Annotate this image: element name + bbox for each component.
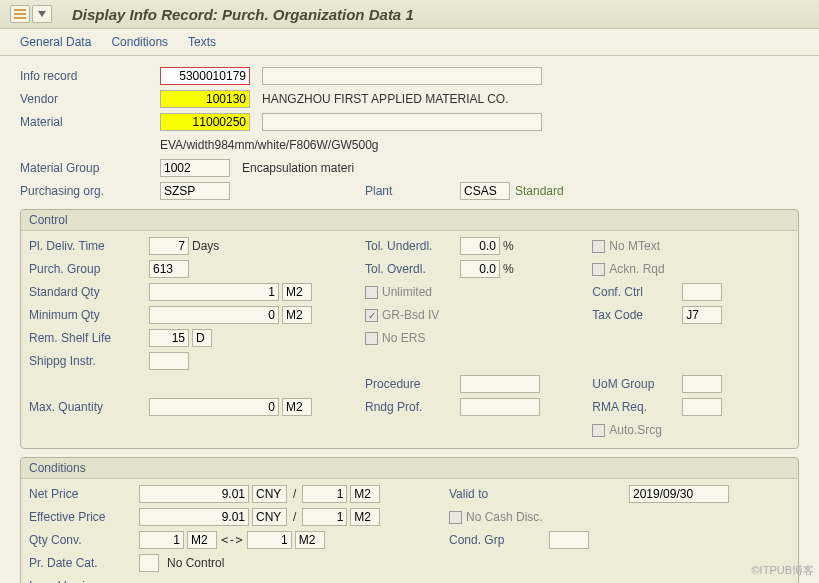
nocash-label: No Cash Disc.	[466, 510, 543, 524]
plant-input[interactable]	[460, 182, 510, 200]
pct2: %	[503, 262, 514, 276]
menu-conditions[interactable]: Conditions	[111, 35, 168, 49]
shelf-unit[interactable]	[192, 329, 212, 347]
vendor-input[interactable]	[160, 90, 250, 108]
matgroup-input[interactable]	[160, 159, 230, 177]
rmareq-label: RMA Req.	[592, 400, 682, 414]
grbsd-label: GR-Bsd IV	[382, 308, 439, 322]
eff-input[interactable]	[139, 508, 249, 526]
uomgroup-input[interactable]	[682, 375, 722, 393]
menu-texts[interactable]: Texts	[188, 35, 216, 49]
condgrp-input[interactable]	[549, 531, 589, 549]
confctrl-input[interactable]	[682, 283, 722, 301]
pgroup-input[interactable]	[149, 260, 189, 278]
net-curr[interactable]	[252, 485, 287, 503]
procedure-input[interactable]	[460, 375, 540, 393]
noers-label: No ERS	[382, 331, 425, 345]
rndg-input[interactable]	[460, 398, 540, 416]
svg-rect-0	[14, 9, 26, 11]
uomgroup-label: UoM Group	[592, 377, 682, 391]
vendor-label: Vendor	[20, 92, 160, 106]
dropdown-icon[interactable]	[32, 5, 52, 23]
qtyconv-label: Qty Conv.	[29, 533, 139, 547]
shelf-input[interactable]	[149, 329, 189, 347]
noers-checkbox[interactable]	[365, 332, 378, 345]
confctrl-label: Conf. Ctrl	[592, 285, 682, 299]
deliv-label: Pl. Deliv. Time	[29, 239, 149, 253]
rndg-label: Rndg Prof.	[365, 400, 460, 414]
net-label: Net Price	[29, 487, 139, 501]
svg-rect-2	[14, 17, 26, 19]
menu-icon[interactable]	[10, 5, 30, 23]
maxqty-uom[interactable]	[282, 398, 312, 416]
maxqty-label: Max. Quantity	[29, 400, 149, 414]
plant-desc: Standard	[515, 184, 564, 198]
net-uom[interactable]	[350, 485, 380, 503]
eff-uom[interactable]	[350, 508, 380, 526]
unlimited-label: Unlimited	[382, 285, 432, 299]
stdqty-label: Standard Qty	[29, 285, 149, 299]
rmareq-input[interactable]	[682, 398, 722, 416]
shelf-label: Rem. Shelf Life	[29, 331, 149, 345]
stdqty-input[interactable]	[149, 283, 279, 301]
minqty-input[interactable]	[149, 306, 279, 324]
material-desc-text: EVA/width984mm/white/F806W/GW500g	[160, 138, 379, 152]
autosrcg-label: Auto.Srcg	[609, 423, 662, 437]
deliv-input[interactable]	[149, 237, 189, 255]
qtyconv1-input[interactable]	[139, 531, 184, 549]
stdqty-uom[interactable]	[282, 283, 312, 301]
conditions-title: Conditions	[21, 458, 798, 479]
taxcode-input[interactable]	[682, 306, 722, 324]
control-title: Control	[21, 210, 798, 231]
eff-per[interactable]	[302, 508, 347, 526]
shippg-label: Shippg Instr.	[29, 354, 149, 368]
menubar: General Data Conditions Texts	[0, 29, 819, 56]
porg-label: Purchasing org.	[20, 184, 160, 198]
autosrcg-checkbox[interactable]	[592, 424, 605, 437]
tolunder-label: Tol. Underdl.	[365, 239, 460, 253]
grbsd-checkbox[interactable]	[365, 309, 378, 322]
valid-label: Valid to	[449, 487, 549, 501]
net-per[interactable]	[302, 485, 347, 503]
porg-input[interactable]	[160, 182, 230, 200]
shippg-input[interactable]	[149, 352, 189, 370]
svg-marker-3	[38, 11, 46, 17]
pct1: %	[503, 239, 514, 253]
material-desc-input[interactable]	[262, 113, 542, 131]
pgroup-label: Purch. Group	[29, 262, 149, 276]
net-input[interactable]	[139, 485, 249, 503]
svg-rect-1	[14, 13, 26, 15]
plant-label: Plant	[365, 184, 460, 198]
unlimited-checkbox[interactable]	[365, 286, 378, 299]
material-label: Material	[20, 115, 160, 129]
watermark: ©ITPUB博客	[752, 563, 815, 578]
nocash-checkbox[interactable]	[449, 511, 462, 524]
matgroup-desc: Encapsulation materi	[242, 161, 354, 175]
page-title: Display Info Record: Purch. Organization…	[72, 6, 414, 23]
material-input[interactable]	[160, 113, 250, 131]
info-record-desc[interactable]	[262, 67, 542, 85]
eff-curr[interactable]	[252, 508, 287, 526]
conditions-group: Conditions Net Price/ Effective Price/ Q…	[20, 457, 799, 583]
nomtext-label: No MText	[609, 239, 660, 253]
qtyconv2-uom[interactable]	[295, 531, 325, 549]
taxcode-label: Tax Code	[592, 308, 682, 322]
tolover-input[interactable]	[460, 260, 500, 278]
arrow-icon: <->	[221, 533, 243, 547]
prdate-input[interactable]	[139, 554, 159, 572]
acknrqd-checkbox[interactable]	[592, 263, 605, 276]
minqty-uom[interactable]	[282, 306, 312, 324]
maxqty-input[interactable]	[149, 398, 279, 416]
tolunder-input[interactable]	[460, 237, 500, 255]
window-header: Display Info Record: Purch. Organization…	[0, 0, 819, 29]
qtyconv2-input[interactable]	[247, 531, 292, 549]
valid-input[interactable]	[629, 485, 729, 503]
vendor-desc: HANGZHOU FIRST APPLIED MATERIAL CO.	[262, 92, 509, 106]
tolover-label: Tol. Overdl.	[365, 262, 460, 276]
control-group: Control Pl. Deliv. TimeDays Purch. Group…	[20, 209, 799, 449]
qtyconv1-uom[interactable]	[187, 531, 217, 549]
nomtext-checkbox[interactable]	[592, 240, 605, 253]
menu-general-data[interactable]: General Data	[20, 35, 91, 49]
info-record-input[interactable]	[160, 67, 250, 85]
incov-label: Inco. Version	[29, 579, 139, 583]
